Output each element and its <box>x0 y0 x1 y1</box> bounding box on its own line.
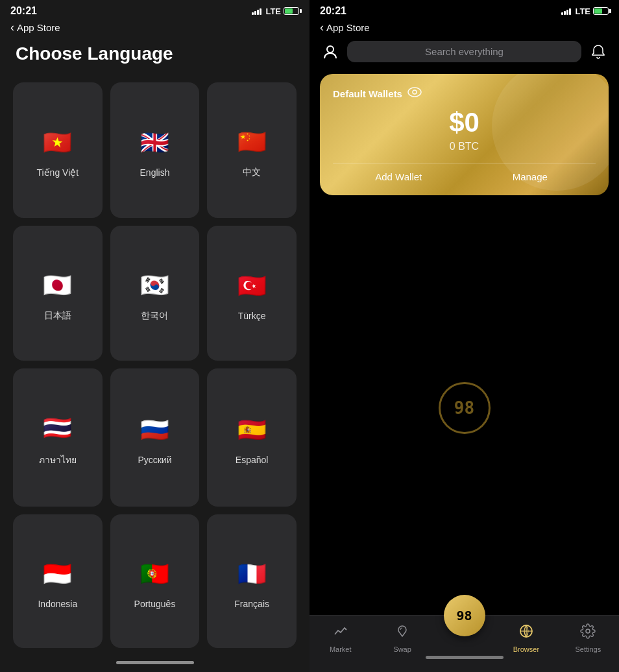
flag-ja: 🇯🇵 <box>40 267 76 304</box>
tab-settings[interactable]: Settings <box>557 621 619 653</box>
flag-th: 🇹🇭 <box>40 410 76 446</box>
wallet-card-header: Default Wallets <box>333 87 596 101</box>
lang-label-ko: 한국어 <box>141 310 168 322</box>
status-icons-right: LTE <box>561 6 609 16</box>
status-icons-left: LTE <box>252 6 299 16</box>
lang-item-en[interactable]: 🇬🇧 English <box>110 82 200 218</box>
lang-label-th: ภาษาไทย <box>39 453 77 467</box>
settings-icon <box>580 623 596 643</box>
lang-label-pt: Português <box>134 599 176 609</box>
eye-icon[interactable] <box>407 87 422 101</box>
flag-pt: 🇵🇹 <box>136 556 173 592</box>
page-title: Choose Language <box>0 38 310 75</box>
lang-item-zh[interactable]: 🇨🇳 中文 <box>207 82 297 218</box>
svg-point-1 <box>408 88 421 97</box>
signal-icon-left <box>252 7 261 15</box>
flag-tr: 🇹🇷 <box>234 268 270 304</box>
flag-es: 🇪🇸 <box>234 412 270 448</box>
lang-item-vi[interactable]: 🇻🇳 Tiếng Việt <box>13 82 103 218</box>
lang-item-es[interactable]: 🇪🇸 Español <box>207 368 297 507</box>
app-logo-center: 98 <box>439 382 491 434</box>
tab-center-logo: 98 <box>456 608 472 623</box>
search-placeholder: Search everything <box>425 46 504 57</box>
svg-point-6 <box>586 629 590 633</box>
add-wallet-button[interactable]: Add Wallet <box>333 171 465 182</box>
lang-label-ru: Русский <box>138 455 172 465</box>
wallet-btc: 0 BTC <box>333 141 596 152</box>
search-input[interactable]: Search everything <box>347 41 581 62</box>
lte-label-left: LTE <box>265 6 281 16</box>
svg-point-2 <box>413 90 417 94</box>
flag-id: 🇮🇩 <box>40 556 76 592</box>
battery-icon-left <box>284 7 299 15</box>
tab-market-label: Market <box>330 645 352 653</box>
lang-label-zh: 中文 <box>243 167 261 178</box>
lang-label-vi: Tiếng Việt <box>36 167 79 178</box>
home-indicator-left <box>116 661 194 664</box>
lang-item-ja[interactable]: 🇯🇵 日本語 <box>13 226 103 361</box>
left-panel: 20:21 LTE ‹ App Store Choose Language 🇻🇳… <box>0 0 310 672</box>
lang-label-fr: Français <box>234 599 269 609</box>
signal-icon-right <box>561 7 571 15</box>
lang-item-tr[interactable]: 🇹🇷 Türkçe <box>207 226 297 361</box>
manage-button[interactable]: Manage <box>465 171 596 182</box>
lang-label-ja: 日本語 <box>44 310 71 322</box>
lang-item-id[interactable]: 🇮🇩 Indonesia <box>13 514 103 649</box>
lang-label-en: English <box>140 167 170 178</box>
back-nav-left[interactable]: ‹ App Store <box>0 19 310 38</box>
right-panel: 20:21 LTE ‹ App Store Search everyth <box>310 0 619 672</box>
tab-swap[interactable]: Swap <box>371 621 433 653</box>
wallet-card: Default Wallets $0 0 BTC Add Wallet Mana… <box>320 74 609 195</box>
lang-item-pt[interactable]: 🇵🇹 Português <box>110 514 200 649</box>
back-label-left[interactable]: App Store <box>17 22 60 33</box>
middle-content: 98 <box>310 200 619 615</box>
flag-ru: 🇷🇺 <box>136 412 173 448</box>
browser-icon <box>518 623 534 643</box>
flag-ko: 🇰🇷 <box>136 267 173 304</box>
flag-en: 🇬🇧 <box>136 125 173 161</box>
top-bar: Search everything <box>310 38 619 69</box>
tab-market[interactable]: Market <box>310 621 371 653</box>
tab-center-logo-button[interactable]: 98 <box>444 595 485 636</box>
lang-item-ko[interactable]: 🇰🇷 한국어 <box>110 226 200 361</box>
lte-label-right: LTE <box>575 6 590 16</box>
notification-bell-icon[interactable] <box>588 42 609 62</box>
chevron-left-icon-right: ‹ <box>320 21 324 34</box>
lang-label-tr: Türkçe <box>238 311 266 321</box>
lang-item-fr[interactable]: 🇫🇷 Français <box>207 514 297 649</box>
flag-zh: 🇨🇳 <box>234 124 270 160</box>
time-left: 20:21 <box>10 5 37 17</box>
back-label-right[interactable]: App Store <box>326 22 370 33</box>
flag-vi: 🇻🇳 <box>40 125 76 161</box>
svg-point-0 <box>327 46 334 53</box>
flag-fr: 🇫🇷 <box>234 556 270 592</box>
home-indicator-right <box>426 656 504 659</box>
wallet-actions: Add Wallet Manage <box>333 163 596 182</box>
wallet-amount: $0 <box>333 107 596 138</box>
chevron-left-icon: ‹ <box>10 21 14 34</box>
tab-browser[interactable]: Browser <box>495 621 557 653</box>
swap-icon <box>394 623 410 643</box>
status-bar-right: 20:21 LTE <box>310 0 619 19</box>
lang-item-th[interactable]: 🇹🇭 ภาษาไทย <box>13 368 103 507</box>
tab-bar: 98 Market Swap <box>310 615 619 672</box>
market-icon <box>333 623 348 643</box>
lang-item-ru[interactable]: 🇷🇺 Русский <box>110 368 200 507</box>
language-grid: 🇻🇳 Tiếng Việt 🇬🇧 English 🇨🇳 中文 🇯🇵 日本語 🇰🇷… <box>0 75 310 656</box>
battery-icon-right <box>593 7 609 15</box>
logo-text-center: 98 <box>454 398 474 418</box>
tab-browser-label: Browser <box>513 645 539 653</box>
lang-label-id: Indonesia <box>38 599 77 609</box>
tab-settings-label: Settings <box>575 645 601 653</box>
wallet-title: Default Wallets <box>333 88 402 99</box>
status-bar-left: 20:21 LTE <box>0 0 310 19</box>
user-icon[interactable] <box>320 42 341 62</box>
lang-label-es: Español <box>236 455 269 465</box>
back-nav-right[interactable]: ‹ App Store <box>310 19 619 38</box>
tab-swap-label: Swap <box>393 645 411 653</box>
time-right: 20:21 <box>320 5 346 17</box>
